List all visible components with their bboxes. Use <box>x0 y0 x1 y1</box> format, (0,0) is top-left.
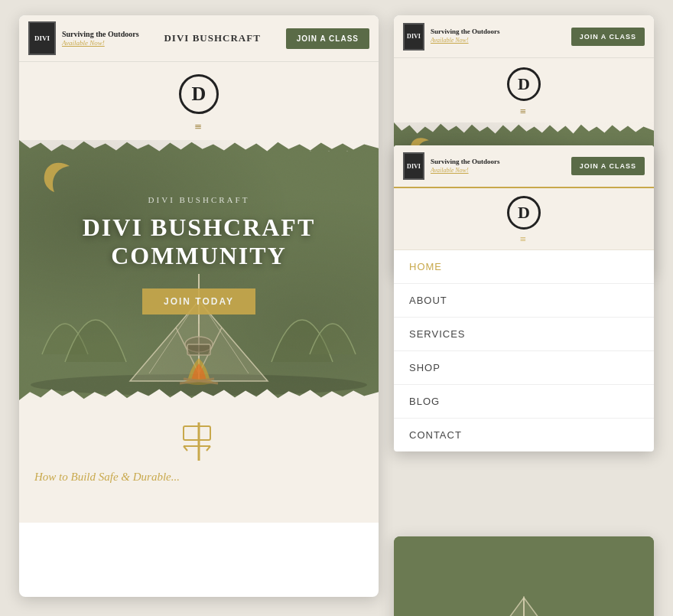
hero-title: DIVI BUSHCRAFT COMMUNITY <box>83 213 315 270</box>
menu-item-contact[interactable]: CONTACT <box>394 419 654 451</box>
hamburger-icon-dropdown[interactable]: ≡ <box>520 233 528 246</box>
join-class-button-dropdown[interactable]: JOIN A CLASS <box>571 157 645 175</box>
below-hero-section: How to Build Safe & Durable... <box>19 400 379 523</box>
book-title-dropdown: Surviving the Outdoors <box>431 158 500 167</box>
book-available-dropdown: Available Now! <box>431 167 500 174</box>
menu-item-home[interactable]: HOME <box>394 250 654 284</box>
signpost-icon <box>176 419 222 464</box>
menu-item-shop[interactable]: SHOP <box>394 351 654 385</box>
svg-rect-13 <box>184 426 210 440</box>
book-divi-label: DIVI <box>34 34 50 42</box>
book-divi-label-right: DIVI <box>407 33 421 40</box>
book-info-right: Surviving the Outdoors Available Now! <box>431 28 500 44</box>
right-column: DIVI Surviving the Outdoors Available No… <box>394 15 654 616</box>
hamburger-icon-right[interactable]: ≡ <box>520 106 528 118</box>
menu-item-services[interactable]: SERVICES <box>394 318 654 351</box>
book-info: Surviving the Outdoors Available Now! <box>62 29 139 48</box>
book-cover-dropdown: DIVI <box>403 152 424 180</box>
phone-mockup-left: DIVI Surviving the Outdoors Available No… <box>19 15 379 597</box>
join-class-button-right-top[interactable]: JOIN A CLASS <box>571 28 645 46</box>
site-title: DIVI BUSHCRAFT <box>164 32 260 44</box>
logo-circle: D <box>179 74 219 114</box>
hamburger-icon[interactable]: ≡ <box>194 120 203 134</box>
logo-area-right: D ≡ <box>394 58 654 122</box>
dropdown-menu: HOME ABOUT SERVICES SHOP BLOG CONTACT <box>394 250 654 451</box>
phone-mockup-right-bottom: ○ <box>394 536 654 616</box>
below-hero-text: How to Build Safe & Durable... <box>34 471 363 484</box>
moon-icon <box>41 158 80 198</box>
join-class-button[interactable]: JOIN A CLASS <box>286 28 369 49</box>
partial-tent-svg <box>394 536 654 616</box>
hero-section: · · · DIVI BUSHCRAFT DIVI BUSHCRAFT COMM… <box>19 140 379 400</box>
navbar-right-top: DIVI Surviving the Outdoors Available No… <box>394 15 654 58</box>
phone-mockup-dropdown: DIVI Surviving the Outdoors Available No… <box>394 145 654 451</box>
book-divi-label-dropdown: DIVI <box>407 163 421 170</box>
menu-item-blog[interactable]: BLOG <box>394 385 654 419</box>
hero-cta-button[interactable]: JOIN TODAY <box>142 288 255 315</box>
book-promo[interactable]: DIVI Surviving the Outdoors Available No… <box>28 21 139 55</box>
hero-content: DIVI BUSHCRAFT DIVI BUSHCRAFT COMMUNITY … <box>83 195 315 345</box>
navbar-left: DIVI Surviving the Outdoors Available No… <box>19 15 379 62</box>
book-cover-right: DIVI <box>403 23 424 51</box>
book-title: Surviving the Outdoors <box>62 29 139 39</box>
book-available-right: Available Now! <box>431 37 500 44</box>
logo-circle-right: D <box>507 67 541 101</box>
hero-subtitle: DIVI BUSHCRAFT <box>83 195 315 204</box>
book-cover-image: DIVI <box>28 21 56 55</box>
menu-item-about[interactable]: ABOUT <box>394 284 654 318</box>
stars-decoration: · · · <box>310 148 356 155</box>
logo-circle-dropdown: D <box>507 196 541 230</box>
book-title-right: Surviving the Outdoors <box>431 28 500 37</box>
svg-rect-8 <box>187 344 210 355</box>
logo-area: D ≡ <box>19 62 379 140</box>
partial-hero-section <box>394 536 654 616</box>
book-info-dropdown: Surviving the Outdoors Available Now! <box>431 158 500 174</box>
navbar-dropdown: DIVI Surviving the Outdoors Available No… <box>394 145 654 188</box>
sign-icon-wrapper <box>34 419 363 464</box>
book-available: Available Now! <box>62 39 139 48</box>
book-promo-dropdown[interactable]: DIVI Surviving the Outdoors Available No… <box>403 152 500 180</box>
logo-area-dropdown: D ≡ <box>394 188 654 250</box>
book-promo-right[interactable]: DIVI Surviving the Outdoors Available No… <box>403 23 500 51</box>
